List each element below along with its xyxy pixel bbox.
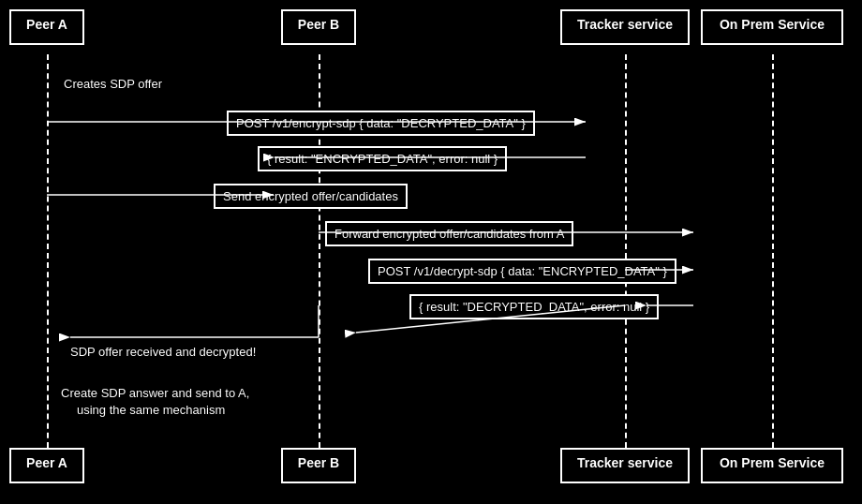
msg-post-encrypt: POST /v1/encrypt-sdp { data: "DECRYPTED_… (227, 111, 535, 136)
actor-peer-b-bottom: Peer B (281, 448, 356, 483)
sequence-diagram: Peer A Peer B Tracker service On Prem Se… (0, 0, 862, 504)
msg-send-encrypted: Send encrypted offer/candidates (214, 184, 408, 209)
msg-result-encrypted: { result: "ENCRYPTED_DATA", error: null … (258, 146, 507, 171)
actor-onprem-top: On Prem Service (701, 9, 843, 45)
note-sdp-offer-received: SDP offer received and decrypted! (70, 345, 256, 359)
actor-peer-a-top: Peer A (9, 9, 84, 45)
lifeline-peer-a (47, 54, 49, 457)
lifeline-tracker (625, 54, 627, 457)
actor-tracker-bottom: Tracker service (560, 448, 690, 483)
arrows-layer (0, 0, 862, 504)
actor-onprem-bottom: On Prem Service (701, 448, 843, 483)
actor-peer-a-bottom: Peer A (9, 448, 84, 483)
msg-post-decrypt: POST /v1/decrypt-sdp { data: "ENCRYPTED_… (368, 259, 676, 284)
actor-peer-b-top: Peer B (281, 9, 356, 45)
msg-result-decrypted: { result: "DECRYPTED_DATA", error: null … (409, 294, 659, 319)
actor-tracker-top: Tracker service (560, 9, 690, 45)
note-create-answer-2: using the same mechanism (77, 403, 225, 417)
lifeline-onprem (772, 54, 774, 457)
note-create-answer-1: Create SDP answer and send to A, (61, 386, 249, 400)
msg-forward-encrypted: Forward encrypted offer/candidates from … (325, 221, 573, 246)
note-creates-sdp: Creates SDP offer (64, 77, 162, 91)
